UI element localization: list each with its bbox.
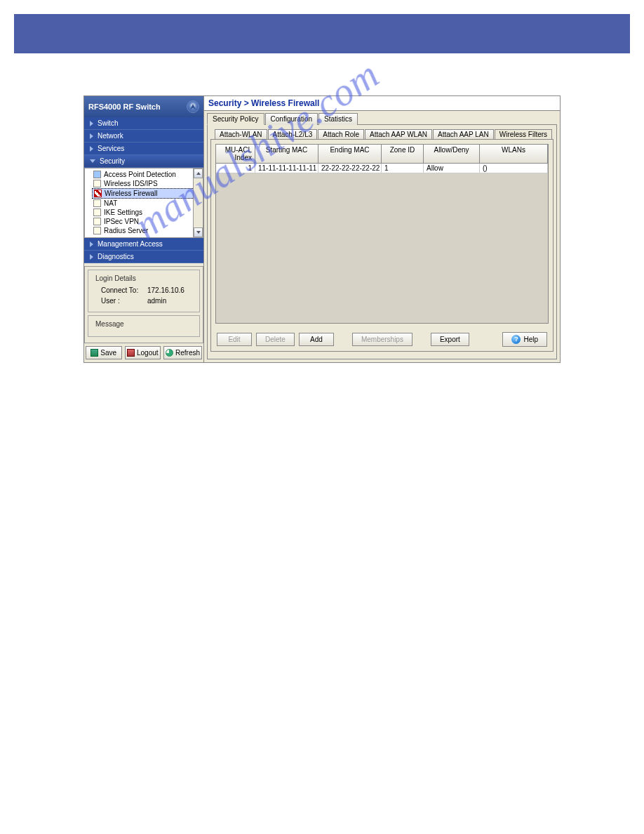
nav-label: Switch (98, 119, 118, 127)
save-icon (90, 349, 98, 357)
col-zone[interactable]: Zone ID (382, 145, 424, 163)
cell-index: 1 (216, 164, 255, 173)
nav-item-diagnostics[interactable]: Diagnostics (84, 251, 203, 263)
scroll-up-icon[interactable] (194, 168, 203, 178)
vpn-icon (93, 218, 101, 225)
table-row[interactable]: 1 11-11-11-11-11-11 22-22-22-22-22-22 1 … (216, 164, 548, 173)
arrow-right-icon (90, 146, 93, 152)
col-end-mac[interactable]: Ending MAC (318, 145, 382, 163)
main-area: Security > Wireless Firewall Security Po… (203, 96, 560, 362)
logout-icon (127, 349, 135, 357)
tree-item-ike[interactable]: IKE Settings (92, 208, 201, 217)
itab-attach-role[interactable]: Attach Role (318, 129, 364, 139)
logout-button[interactable]: Logout (125, 346, 161, 359)
btn-label: Refresh (175, 349, 200, 357)
export-button[interactable]: Export (431, 333, 469, 346)
col-allow[interactable]: Allow/Deny (424, 145, 480, 163)
add-button[interactable]: Add (299, 333, 334, 346)
tree-label: Radius Server (104, 227, 148, 234)
firewall-icon (94, 190, 102, 197)
nav-item-services[interactable]: Services (84, 143, 203, 155)
itab-attach-wlan[interactable]: Attach-WLAN (215, 129, 267, 139)
cell-start: 11-11-11-11-11-11 (255, 164, 318, 173)
tree-label: NAT (104, 199, 117, 207)
radius-icon (93, 227, 101, 234)
tab-security-policy[interactable]: Security Policy (207, 113, 264, 125)
refresh-icon (166, 349, 173, 357)
security-tree: Access Point Detection Wireless IDS/IPS … (84, 168, 203, 238)
ap-icon (93, 171, 101, 178)
arrow-right-icon (90, 121, 93, 126)
arrow-right-icon (90, 241, 93, 247)
grid-header: MU-ACL Index Starting MAC Ending MAC Zon… (216, 145, 548, 164)
tree-label: Access Point Detection (104, 171, 176, 178)
page-top-banner (14, 14, 630, 53)
brand-title: RFS4000 RF Switch (88, 102, 161, 111)
nav-label: Management Access (98, 240, 163, 248)
breadcrumb: Security > Wireless Firewall (204, 96, 560, 111)
tree-item-radius[interactable]: Radius Server (92, 226, 201, 235)
inner-body: MU-ACL Index Starting MAC Ending MAC Zon… (210, 139, 554, 352)
app-window: RFS4000 RF Switch Switch Network Service… (83, 95, 561, 363)
login-details: Login Details Connect To:172.16.10.6 Use… (88, 270, 200, 312)
arrow-down-icon (90, 159, 95, 163)
help-icon: ? (511, 335, 521, 344)
connect-value: 172.16.10.6 (147, 286, 185, 294)
connect-label: Connect To: (101, 286, 143, 294)
tree-item-firewall[interactable]: Wireless Firewall (92, 188, 201, 199)
nav-item-switch[interactable]: Switch (84, 117, 203, 130)
nav-label: Network (98, 132, 123, 140)
nav-label: Diagnostics (98, 253, 134, 260)
itab-attach-l2l3[interactable]: Attach-L2/L3 (268, 129, 318, 139)
btn-label: Save (100, 349, 116, 357)
motorola-logo-icon (187, 100, 199, 113)
cell-allow: Allow (424, 164, 480, 173)
itab-wireless-filters[interactable]: Wireless Filters (495, 129, 552, 139)
side-info-panel: Login Details Connect To:172.16.10.6 Use… (84, 266, 203, 343)
nav: Switch Network Services Security (84, 117, 203, 168)
itab-attach-aap-wlan[interactable]: Attach AAP WLAN (365, 129, 432, 139)
col-start-mac[interactable]: Starting MAC (255, 145, 318, 163)
cell-end: 22-22-22-22-22-22 (318, 164, 382, 173)
save-button[interactable]: Save (86, 346, 122, 359)
col-index[interactable]: MU-ACL Index (216, 145, 255, 163)
memberships-button[interactable]: Memberships (352, 333, 412, 346)
user-value: admin (147, 297, 166, 305)
ike-icon (93, 208, 101, 216)
arrow-right-icon (90, 133, 93, 139)
btn-label: Logout (137, 349, 159, 357)
tab-configuration[interactable]: Configuration (265, 113, 318, 125)
sidebar: RFS4000 RF Switch Switch Network Service… (84, 96, 203, 362)
edit-button[interactable]: Edit (217, 333, 252, 346)
itab-attach-aap-lan[interactable]: Attach AAP LAN (433, 129, 494, 139)
login-title: Login Details (94, 274, 137, 282)
arrow-right-icon (90, 254, 93, 260)
inner-tabs: Attach-WLAN Attach-L2/L3 Attach Role Att… (210, 129, 554, 139)
tab-body: Attach-WLAN Attach-L2/L3 Attach Role Att… (207, 124, 557, 359)
nav-item-network[interactable]: Network (84, 130, 203, 143)
top-tabs: Security Policy Configuration Statistics (204, 111, 560, 124)
ids-icon (93, 180, 101, 187)
help-label: Help (523, 336, 538, 343)
action-bar: Edit Delete Add Memberships Export ? Hel… (211, 328, 553, 351)
delete-button[interactable]: Delete (256, 333, 295, 346)
tab-statistics[interactable]: Statistics (318, 113, 358, 125)
tree-label: Wireless IDS/IPS (104, 180, 158, 187)
sidebar-buttons: Save Logout Refresh (84, 343, 203, 362)
message-panel: Message (88, 315, 200, 337)
col-wlans[interactable]: WLANs (480, 145, 548, 163)
tree-label: IPSec VPN (104, 218, 139, 225)
tree-item-nat[interactable]: NAT (92, 199, 201, 208)
nav-label: Security (100, 157, 125, 165)
tree-scrollbar[interactable] (193, 168, 203, 237)
refresh-button[interactable]: Refresh (163, 346, 202, 359)
tree-label: Wireless Firewall (105, 190, 158, 197)
nav-item-management[interactable]: Management Access (84, 238, 203, 251)
tree-item-ids[interactable]: Wireless IDS/IPS (92, 179, 201, 188)
tree-item-ipsec[interactable]: IPSec VPN (92, 217, 201, 226)
help-button[interactable]: ? Help (502, 332, 547, 347)
scroll-down-icon[interactable] (194, 227, 203, 237)
brand-bar: RFS4000 RF Switch (84, 96, 203, 117)
nav-item-security[interactable]: Security (84, 155, 203, 168)
tree-item-apd[interactable]: Access Point Detection (92, 170, 201, 179)
